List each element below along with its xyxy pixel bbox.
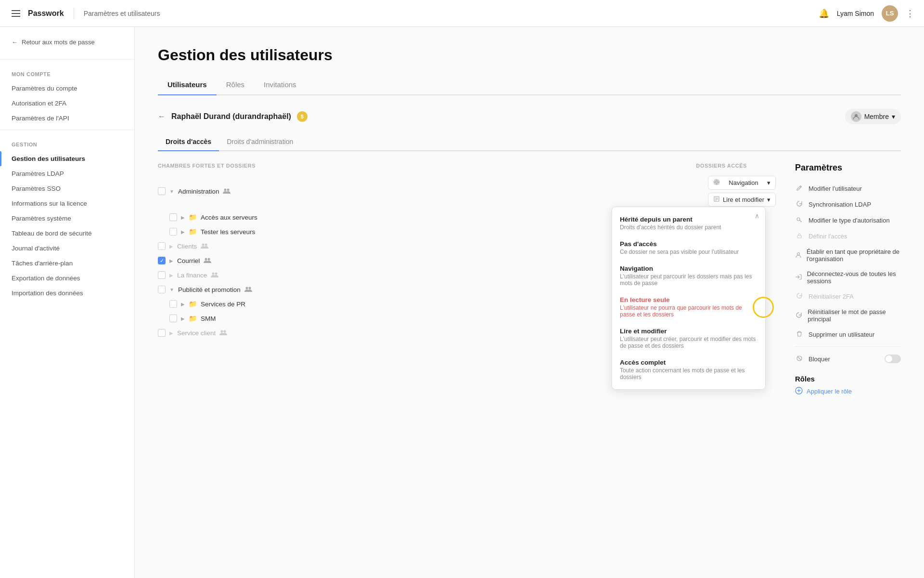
- chevron-right-icon-courriel[interactable]: ▶: [169, 258, 173, 263]
- dropdown-item-fullaccess-desc: Toute action concernant les mots de pass…: [620, 367, 757, 381]
- lock-icon: [795, 232, 804, 240]
- app-body: ← Retour aux mots de passe MON COMPTE Pa…: [0, 27, 924, 578]
- chevron-right-icon-service[interactable]: ▶: [169, 330, 173, 336]
- lire-modifier-dropdown[interactable]: Lire et modifier ▾: [708, 193, 776, 207]
- dropdown-item-fullaccess[interactable]: Accès complet Toute action concernant le…: [612, 354, 765, 385]
- param-ldap-sync[interactable]: Synchronisation LDAP: [795, 197, 901, 212]
- user-back-arrow[interactable]: ←: [158, 112, 166, 121]
- svg-rect-24: [797, 236, 801, 238]
- plus-icon: [795, 387, 803, 396]
- sidebar-back-button[interactable]: ← Retour aux mots de passe: [0, 39, 134, 55]
- nav-chevron-icon: ▾: [767, 179, 770, 186]
- sidebar-item-ldap[interactable]: Paramètres LDAP: [0, 166, 134, 181]
- checkbox-pr[interactable]: [169, 300, 177, 308]
- ldap-sync-label: Synchronisation LDAP: [808, 201, 871, 208]
- dropdown-item-noaccess[interactable]: Pas d'accès Ce dossier ne sera pas visib…: [612, 236, 765, 260]
- folder-name-pubpromo: Publicité et promotion: [178, 286, 241, 293]
- folder-name-finance: La finance: [177, 272, 207, 279]
- topbar-right: 🔔 Lyam Simon LS ⋮: [819, 5, 914, 22]
- param-owner[interactable]: Établir en tant que propriétaire de l'or…: [795, 244, 901, 266]
- chevron-right-icon-smm[interactable]: ▶: [181, 316, 185, 321]
- svg-point-12: [205, 243, 207, 246]
- param-reset-pwd[interactable]: Réinitialiser le mot de passe principal: [795, 304, 901, 327]
- sidebar-item-activity[interactable]: Journal d'activité: [0, 241, 134, 256]
- param-bloquer[interactable]: Bloquer: [795, 351, 901, 367]
- navigation-dropdown[interactable]: Navigation ▾: [708, 176, 776, 190]
- sidebar-item-auth[interactable]: Autorisation et 2FA: [0, 96, 134, 111]
- section-label-gestion: GESTION: [0, 134, 134, 151]
- member-badge[interactable]: Membre ▾: [845, 109, 901, 124]
- delete-user-label: Supprimer un utilisateur: [808, 331, 874, 338]
- chevron-right-icon-servers[interactable]: ▶: [181, 215, 185, 220]
- define-access-label: Définir l'accès: [808, 233, 847, 240]
- lire-icon: [713, 196, 720, 204]
- sidebar-item-users[interactable]: Gestion des utilisateurs: [0, 151, 134, 166]
- dropdown-item-readmodify-desc: L'utilisateur peut créer, parcourir et m…: [620, 336, 757, 349]
- params-panel: Paramètres Modifier l'utilisateur Synchr…: [795, 163, 901, 396]
- param-modify-auth[interactable]: Modifier le type d'autorisation: [795, 212, 901, 228]
- checkbox-courriel[interactable]: [158, 257, 166, 264]
- svg-point-1: [224, 188, 227, 191]
- sidebar-item-compte[interactable]: Paramètres du compte: [0, 81, 134, 96]
- chevron-right-icon-test[interactable]: ▶: [181, 229, 185, 235]
- content-area: CHAMBRES FORTES ET DOSSIERS DOSSIERS ACC…: [158, 163, 901, 396]
- sidebar-item-security[interactable]: Tableau de bord de sécurité: [0, 226, 134, 241]
- more-menu-icon[interactable]: ⋮: [906, 8, 914, 19]
- dropdown-item-readmodify[interactable]: Lire et modifier L'utilisateur peut crée…: [612, 323, 765, 354]
- sidebar-item-sso[interactable]: Paramètres SSO: [0, 181, 134, 196]
- navigation-label: Navigation: [729, 179, 758, 186]
- bell-icon[interactable]: 🔔: [819, 8, 829, 19]
- chevron-right-icon-finance[interactable]: ▶: [169, 273, 173, 278]
- member-label: Membre: [864, 113, 889, 120]
- sidebar-item-background[interactable]: Tâches d'arrière-plan: [0, 256, 134, 271]
- tab-roles[interactable]: Rôles: [217, 76, 254, 95]
- sidebar-item-license[interactable]: Informations sur la licence: [0, 196, 134, 211]
- checkbox-admin[interactable]: [158, 187, 166, 195]
- chevron-down-icon-admin[interactable]: ▼: [169, 189, 174, 194]
- checkbox-service[interactable]: [158, 329, 166, 337]
- section-label-account: MON COMPTE: [0, 64, 134, 81]
- checkbox-servers[interactable]: [169, 213, 177, 221]
- chevron-right-icon-pr[interactable]: ▶: [181, 302, 185, 307]
- param-edit-user[interactable]: Modifier l'utilisateur: [795, 181, 901, 197]
- topbar-left: Passwork Paramètres et utilisateurs: [10, 8, 160, 19]
- owner-label: Établir en tant que propriétaire de l'or…: [807, 248, 901, 263]
- checkbox-smm[interactable]: [169, 315, 177, 322]
- bloquer-toggle[interactable]: [885, 355, 901, 363]
- page-title: Gestion des utilisateurs: [158, 46, 901, 64]
- param-delete-user[interactable]: Supprimer un utilisateur: [795, 327, 901, 342]
- sidebar-item-export[interactable]: Exportation de données: [0, 271, 134, 286]
- param-disconnect[interactable]: Déconnectez-vous de toutes les sessions: [795, 266, 901, 289]
- brand-name: Passwork: [28, 9, 64, 18]
- svg-point-16: [215, 272, 218, 275]
- param-reset-2fa: Réinitialiser 2FA: [795, 289, 901, 304]
- chevron-right-icon-clients[interactable]: ▶: [169, 244, 173, 249]
- checkbox-clients[interactable]: [158, 242, 166, 250]
- dropdown-item-navigation[interactable]: Navigation L'utilisateur peut parcourir …: [612, 260, 765, 291]
- sub-tab-admin[interactable]: Droits d'administration: [219, 134, 301, 151]
- folder-icon-pr: 📁: [189, 300, 197, 308]
- user-title: Raphaël Durand (durandraphaël): [171, 112, 291, 121]
- sidebar-item-api[interactable]: Paramètres de l'API: [0, 111, 134, 126]
- checkbox-test[interactable]: [169, 228, 177, 236]
- sidebar-item-import[interactable]: Importation des données: [0, 286, 134, 301]
- member-chevron-icon: ▾: [892, 113, 895, 120]
- avatar[interactable]: LS: [882, 5, 898, 22]
- main-content: Gestion des utilisateurs Utilisateurs Rô…: [135, 27, 924, 578]
- tab-invitations[interactable]: Invitations: [254, 76, 306, 95]
- chevron-down-icon-pubpromo[interactable]: ▼: [169, 287, 174, 292]
- checkbox-pubpromo[interactable]: [158, 286, 166, 293]
- dropdown-item-inherited[interactable]: Hérité depuis un parent Droits d'accès h…: [612, 211, 765, 236]
- tab-users[interactable]: Utilisateurs: [158, 76, 217, 95]
- sidebar-divider-mid: [0, 130, 134, 130]
- params-title: Paramètres: [795, 163, 901, 173]
- apply-role[interactable]: Appliquer le rôle: [795, 387, 901, 396]
- reset-pwd-icon: [795, 312, 803, 320]
- sub-tab-access[interactable]: Droits d'accès: [158, 134, 219, 151]
- sidebar-item-system[interactable]: Paramètres système: [0, 211, 134, 226]
- hamburger-menu[interactable]: [10, 8, 22, 19]
- checkbox-finance[interactable]: [158, 271, 166, 279]
- group-icon-pubpromo: [244, 286, 252, 293]
- dropdown-close-icon[interactable]: ∧: [755, 212, 759, 220]
- dropdown-item-readonly[interactable]: En lecture seule L'utilisateur ne pourra…: [612, 291, 765, 323]
